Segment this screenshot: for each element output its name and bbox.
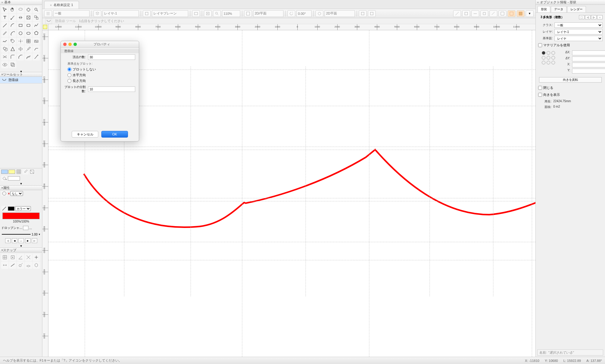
anchor-bl[interactable] xyxy=(542,61,545,64)
fill-x-icon[interactable]: × xyxy=(8,192,10,195)
quick-pref6-icon[interactable] xyxy=(499,10,506,17)
grid-tool-icon[interactable] xyxy=(25,37,32,45)
radio-h-input[interactable] xyxy=(67,73,71,77)
pan-tool-icon[interactable] xyxy=(9,6,16,13)
document-tab[interactable]: × 名称未設定 1 xyxy=(44,1,79,9)
snap-distance-icon[interactable] xyxy=(1,262,8,269)
shape-mode-3-icon[interactable]: ▷ xyxy=(591,15,597,19)
dy-input[interactable] xyxy=(572,57,605,61)
eyedropper-tool-icon[interactable] xyxy=(25,45,32,53)
tb-fit-icon[interactable] xyxy=(204,10,212,17)
tb-layer-select[interactable]: レイヤ-1 xyxy=(103,10,139,17)
quarter-arc-tool-icon[interactable] xyxy=(9,30,16,37)
pen-stroke-icon[interactable] xyxy=(1,206,7,211)
spiral-tool-icon[interactable] xyxy=(1,45,8,53)
snap-3d-icon[interactable] xyxy=(33,262,40,269)
close-check[interactable]: 閉じる xyxy=(536,84,605,91)
close-icon[interactable]: × xyxy=(537,1,539,4)
tb-rotate-icon[interactable] xyxy=(287,10,295,17)
tb-story-icon[interactable] xyxy=(143,10,151,17)
fillet-tool-icon[interactable] xyxy=(9,53,16,60)
mirror-tool-icon[interactable] xyxy=(17,45,24,53)
palette-drag-handle-icon[interactable]: ▾ xyxy=(0,182,42,185)
window-close-icon[interactable] xyxy=(63,43,67,46)
toolset-catenary-item[interactable]: 懸垂線 xyxy=(0,77,42,83)
tab-shape[interactable]: 形状 xyxy=(538,6,550,12)
dialog-titlebar[interactable]: プロパティ xyxy=(61,41,139,48)
pointer-tool-icon[interactable] xyxy=(1,6,8,13)
tag-tool-icon[interactable] xyxy=(9,37,16,45)
tool-mode-icon[interactable] xyxy=(45,18,52,24)
pen-color-swatch[interactable] xyxy=(8,206,15,211)
clip-tool-icon[interactable] xyxy=(9,61,16,68)
cancel-button[interactable]: キャンセル xyxy=(72,131,98,138)
radio-h[interactable]: 水平方向 xyxy=(61,72,139,78)
ruler-corner[interactable] xyxy=(42,24,48,30)
close-icon[interactable]: × xyxy=(50,3,52,7)
quick-pref1-icon[interactable] xyxy=(453,10,461,17)
fill-none-swatch[interactable] xyxy=(8,176,20,180)
dropper-icon[interactable] xyxy=(22,169,28,174)
offset-tool-icon[interactable] xyxy=(25,53,32,60)
polygon-tool-icon[interactable] xyxy=(33,30,40,37)
reshape2d-tool-icon[interactable] xyxy=(25,14,32,21)
locus-tool-icon[interactable] xyxy=(17,37,24,45)
anchor-tc[interactable] xyxy=(547,51,550,55)
line-sample-icon[interactable] xyxy=(2,234,31,235)
wall-tool-icon[interactable] xyxy=(33,37,40,45)
radio-v-input[interactable] xyxy=(67,79,71,83)
palette-drag-handle-icon[interactable]: ▾ xyxy=(0,70,42,72)
tb-view-select[interactable]: 2D/平面 xyxy=(253,10,283,17)
anchor-ml[interactable] xyxy=(542,56,545,60)
palette-drag-handle-icon[interactable]: ▾ xyxy=(0,244,42,248)
circle-tool-icon[interactable] xyxy=(17,30,24,37)
bucket-icon[interactable] xyxy=(1,176,7,181)
text-tool-icon[interactable] xyxy=(1,14,8,21)
tb-class-select[interactable]: 一般 xyxy=(53,10,90,17)
tb-story-select[interactable]: レイヤプレーン xyxy=(152,10,188,17)
quick-pref-more-icon[interactable]: ▾ xyxy=(526,10,534,17)
line-tool-icon[interactable] xyxy=(1,22,8,29)
arc-tool-icon[interactable] xyxy=(9,22,16,29)
x-input[interactable] xyxy=(572,63,605,67)
shape-mode-1-icon[interactable]: ⬚ xyxy=(579,15,584,19)
freehand-tool-icon[interactable] xyxy=(1,37,8,45)
flip-button[interactable]: 向きを反転 xyxy=(539,77,601,83)
next-icon[interactable]: ▶ xyxy=(25,238,31,243)
showdir-check[interactable]: 向きを表示 xyxy=(536,91,605,98)
radio-v[interactable]: 長さ方向 xyxy=(61,78,139,84)
anchor-mc[interactable] xyxy=(547,56,550,60)
start-marker-icon[interactable]: ◁ xyxy=(5,238,11,243)
tb-angle-input[interactable]: 0.00° xyxy=(296,10,312,17)
attribute-map-tool-icon[interactable] xyxy=(33,14,40,21)
snap-angle-icon[interactable] xyxy=(17,254,24,261)
end-marker-icon[interactable]: ▷ xyxy=(32,238,37,243)
showdir-checkbox[interactable] xyxy=(538,93,542,97)
anchor-br[interactable] xyxy=(551,61,555,64)
split-tool-icon[interactable] xyxy=(17,14,24,21)
opacity-icon[interactable] xyxy=(29,169,35,174)
dx-input[interactable] xyxy=(572,50,605,55)
tb-zoom-select[interactable]: 110% xyxy=(222,10,240,17)
shape-mode-2-icon[interactable]: ◁ xyxy=(585,15,590,19)
horizontal-ruler[interactable]: 1200011000100009000800070006000500040003… xyxy=(48,24,535,30)
ellipse-tool-icon[interactable] xyxy=(25,30,32,37)
tb-saved-view-icon[interactable] xyxy=(192,10,200,17)
snap-tangent-icon[interactable] xyxy=(17,262,24,269)
rectangle-tool-icon[interactable] xyxy=(17,22,24,29)
material-checkbox[interactable] xyxy=(538,43,542,47)
radio-none[interactable]: プロットしない xyxy=(61,67,139,72)
ok-button[interactable]: OK xyxy=(101,131,128,138)
tb-render-icon[interactable] xyxy=(316,10,323,17)
tb-extra2-icon[interactable] xyxy=(368,10,376,17)
anchor-tr[interactable] xyxy=(551,51,555,55)
oi-class-select[interactable]: 一般 xyxy=(554,22,603,28)
fill-icon[interactable] xyxy=(1,191,7,196)
anchor-bc[interactable] xyxy=(547,61,550,64)
tb-extra1-icon[interactable] xyxy=(359,10,367,17)
snap-working-plane-icon[interactable] xyxy=(25,262,32,269)
tb-class-icon[interactable] xyxy=(44,10,52,17)
pen-color-select[interactable]: カラー xyxy=(15,206,31,211)
tb-view-icon[interactable] xyxy=(244,10,252,17)
anchor-tl[interactable] xyxy=(542,51,545,55)
